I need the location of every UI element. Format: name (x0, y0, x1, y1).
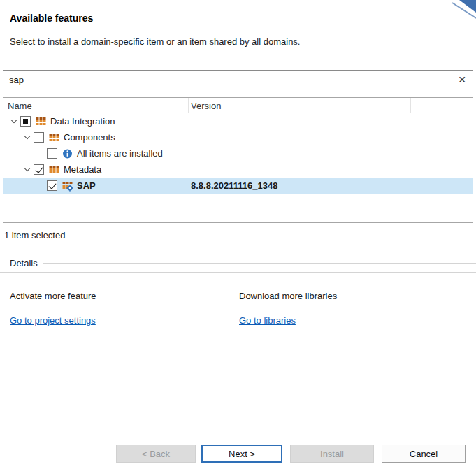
activate-heading: Activate more feature (10, 291, 96, 301)
page-title: Available features (10, 13, 93, 24)
search-input[interactable] (3, 71, 452, 89)
download-heading: Download more libraries (239, 291, 337, 301)
clear-icon[interactable]: ✕ (452, 74, 473, 85)
column-divider (410, 98, 411, 113)
column-header-version: Version (191, 98, 221, 113)
selection-status: 1 item selected (4, 230, 65, 240)
back-button: < Back (116, 445, 196, 463)
tree-row-metadata[interactable]: Metadata (3, 161, 473, 178)
checkbox-unchecked[interactable] (34, 132, 44, 143)
header-separator (0, 59, 476, 59)
next-button[interactable]: Next > (201, 445, 282, 463)
project-settings-link[interactable]: Go to project settings (10, 315, 96, 326)
status-separator (0, 250, 476, 250)
tree-row-label: All items are installed (77, 148, 163, 159)
page-subtitle: Select to install a domain-specific item… (10, 36, 300, 47)
checkbox-checked[interactable] (34, 164, 44, 175)
tree-row-label: Components (64, 132, 115, 143)
tree-row-sap[interactable]: SAP 8.8.8.20211116_1348 (3, 178, 473, 194)
chevron-down-icon[interactable] (8, 113, 20, 129)
tree-row-all-items-installed[interactable]: All items are installed (3, 145, 473, 161)
tree-row-data-integration[interactable]: Data Integration (3, 113, 473, 129)
tree-row-label: SAP (77, 180, 96, 191)
search-box: ✕ (3, 70, 473, 89)
checkbox-checked[interactable] (47, 180, 57, 191)
group-etched-line (43, 263, 476, 264)
checkbox-partial[interactable] (20, 116, 31, 127)
install-button: Install (290, 445, 374, 463)
column-divider (188, 98, 189, 113)
chevron-down-icon[interactable] (21, 129, 34, 145)
table-header: Name Version (3, 98, 473, 113)
cancel-button[interactable]: Cancel (382, 445, 466, 463)
details-group-header: Details (0, 258, 476, 268)
libraries-link[interactable]: Go to libraries (239, 315, 296, 326)
tree-row-components[interactable]: Components (3, 129, 473, 145)
grid-icon (48, 164, 60, 175)
tree-row-label: Metadata (64, 164, 101, 175)
grid-gear-icon (62, 180, 73, 192)
column-header-name: Name (8, 98, 32, 113)
group-etched-line (0, 272, 476, 273)
details-group-label: Details (0, 258, 38, 268)
checkbox-unchecked[interactable] (47, 148, 57, 159)
feature-tree-table: Name Version Data Integration Components (3, 97, 473, 223)
grid-icon (35, 116, 47, 127)
grid-icon (48, 132, 60, 143)
chevron-down-icon[interactable] (21, 161, 34, 178)
tree-row-label: Data Integration (50, 116, 115, 127)
info-icon (62, 148, 73, 159)
tree-row-version: 8.8.8.20211116_1348 (191, 178, 277, 194)
corner-decoration (445, 0, 476, 20)
